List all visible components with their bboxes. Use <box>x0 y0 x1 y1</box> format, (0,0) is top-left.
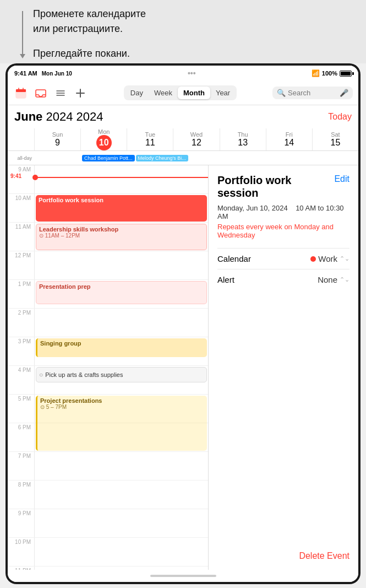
status-time: 9:41 AM <box>14 70 37 77</box>
search-bar[interactable]: 🔍 🎤 <box>272 87 353 99</box>
time-label-3pm: 3 PM <box>8 337 34 365</box>
allday-mon-events: Chad Benjamin Pott... Melody Cheung's Bi… <box>82 155 265 161</box>
tooltip-area: Променете календарите или регистрациите.… <box>0 0 366 63</box>
calendar-icon[interactable] <box>13 85 29 101</box>
view-month-button[interactable]: Month <box>178 87 210 99</box>
chevron-up-down-icon2: ⌃⌄ <box>340 276 349 283</box>
day-name-wed: Wed <box>190 131 203 138</box>
calendar-value[interactable]: Work ⌃⌄ <box>310 254 349 263</box>
allday-event-chad[interactable]: Chad Benjamin Pott... <box>82 155 135 161</box>
day-col-tue: Tue 11 <box>127 128 173 150</box>
status-left: 9:41 AM Mon Jun 10 <box>14 70 72 77</box>
work-color-dot <box>310 256 316 262</box>
time-cells-10pm <box>34 538 208 566</box>
time-cells-10am: Portfolio work session <box>34 194 208 222</box>
battery-icon <box>340 71 352 77</box>
event-project-title: Project presentations <box>40 397 204 404</box>
time-row-11am: 11 AM Leadership skills workshop ⊙ 11AM … <box>8 223 208 251</box>
time-label-10pm: 10 PM <box>8 538 34 566</box>
time-label-5pm: 5 PM <box>8 395 34 423</box>
tooltip-arrow <box>22 11 23 55</box>
event-singing[interactable]: Singing group <box>36 338 207 357</box>
current-time-dot <box>32 175 38 180</box>
ipad-screen: 9:41 AM Mon Jun 10 ••• 📶 100% <box>8 66 358 582</box>
event-presentation[interactable]: Presentation prep <box>36 281 207 304</box>
day-num-thu: 13 <box>238 138 248 148</box>
time-cells-1pm: Presentation prep <box>34 280 208 308</box>
event-leadership[interactable]: Leadership skills workshop ⊙ 11AM – 12PM <box>36 224 207 250</box>
day-num-fri: 14 <box>284 138 294 148</box>
day-col-sat: Sat 15 <box>312 128 358 150</box>
toolbar-left <box>13 85 88 101</box>
today-button[interactable]: Today <box>328 112 352 122</box>
home-indicator <box>8 570 358 582</box>
time-gutter-header <box>8 128 34 150</box>
time-label-1pm: 1 PM <box>8 280 34 308</box>
toolbar: Day Week Month Year 🔍 🎤 <box>8 81 358 105</box>
detail-date: Monday, Jun 10, 2024 10 AM to 10:30 AM <box>217 204 349 220</box>
time-cells-4pm: ○ Pick up arts & crafts supplies <box>34 366 208 394</box>
allday-event-melody[interactable]: Melody Cheung's Bi... <box>136 155 188 161</box>
time-row-3pm: 3 PM Singing group <box>8 337 208 366</box>
event-leadership-title: Leadership skills workshop <box>39 226 204 233</box>
svg-rect-4 <box>36 90 46 97</box>
time-cells-2pm <box>34 309 208 337</box>
status-bar: 9:41 AM Mon Jun 10 ••• 📶 100% <box>8 66 358 81</box>
edit-event-button[interactable]: Edit <box>334 174 349 184</box>
search-input[interactable] <box>288 89 337 97</box>
day-num-tue: 11 <box>145 138 155 148</box>
calendar-body: 9 AM 9:41 10 AM <box>8 165 358 570</box>
microphone-icon[interactable]: 🎤 <box>340 89 348 97</box>
delete-event-button[interactable]: Delete Event <box>299 551 349 561</box>
allday-row: all-day Chad Benjamin Pott... Melody Che… <box>8 151 358 165</box>
event-presentation-title: Presentation prep <box>39 283 204 290</box>
time-label-2pm: 2 PM <box>8 309 34 337</box>
tooltip-line1: Променете календарите <box>33 7 146 21</box>
day-col-thu: Thu 13 <box>220 128 266 150</box>
day-col-sun: Sun 9 <box>34 128 80 150</box>
time-label-7pm: 7 PM <box>8 452 34 480</box>
view-week-button[interactable]: Week <box>149 87 178 99</box>
week-header: Sun 9 Mon 10 Tue 11 Wed 12 Thu 13 Fri 14 <box>8 128 358 151</box>
battery-label: 100% <box>322 70 337 77</box>
time-row-4pm: 4 PM ○ Pick up arts & crafts supplies <box>8 366 208 395</box>
day-name-sat: Sat <box>331 131 340 138</box>
day-col-wed: Wed 12 <box>173 128 219 150</box>
time-label-11am: 11 AM <box>8 223 34 251</box>
status-right: 📶 100% <box>312 69 352 77</box>
current-time-label: 9:41 <box>10 173 21 179</box>
time-grid: 9 AM 9:41 10 AM <box>8 165 208 570</box>
add-icon[interactable] <box>73 85 88 101</box>
view-switcher: Day Week Month Year <box>124 85 237 100</box>
detail-header: Portfolio work session Edit <box>217 174 349 199</box>
detail-calendar-row: Calendar Work ⌃⌄ <box>217 248 349 269</box>
view-year-button[interactable]: Year <box>210 87 236 99</box>
time-cells-8pm <box>34 481 208 509</box>
calendar-left: 9 AM 9:41 10 AM <box>8 165 209 570</box>
time-label-9am: 9 AM <box>8 165 34 193</box>
pickup-circle: ○ <box>39 371 43 379</box>
event-leadership-time: ⊙ 11AM – 12PM <box>39 233 204 239</box>
inbox-icon[interactable] <box>33 85 48 101</box>
day-num-sat: 15 <box>331 138 341 148</box>
event-pickup[interactable]: ○ Pick up arts & crafts supplies <box>36 367 207 382</box>
time-row-10am: 10 AM Portfolio work session <box>8 194 208 223</box>
allday-label: all-day <box>8 151 34 165</box>
time-cells-9pm <box>34 509 208 537</box>
alert-value[interactable]: None ⌃⌄ <box>318 275 349 284</box>
time-row-1pm: 1 PM Presentation prep <box>8 280 208 309</box>
time-label-8pm: 8 PM <box>8 481 34 509</box>
day-num-mon: 10 <box>96 135 112 150</box>
time-row-8pm: 8 PM <box>8 481 208 509</box>
detail-alert-row: Alert None ⌃⌄ <box>217 269 349 290</box>
day-name-tue: Tue <box>145 131 156 138</box>
event-project-time: ⊙ 5 – 7PM <box>40 404 204 410</box>
time-row-9pm: 9 PM <box>8 509 208 538</box>
event-portfolio[interactable]: Portfolio work session <box>36 195 207 222</box>
list-icon[interactable] <box>53 85 68 101</box>
event-singing-title: Singing group <box>40 340 204 347</box>
alert-label: Alert <box>217 275 234 284</box>
view-day-button[interactable]: Day <box>125 87 149 99</box>
ipad-frame: 9:41 AM Mon Jun 10 ••• 📶 100% <box>6 63 360 584</box>
home-bar <box>150 575 216 577</box>
